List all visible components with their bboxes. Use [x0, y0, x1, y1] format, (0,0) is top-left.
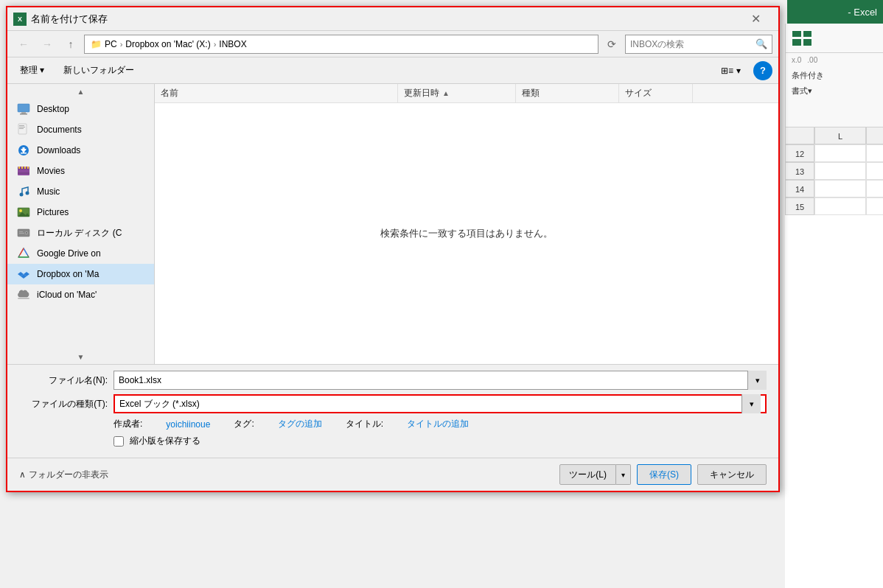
scroll-up-button[interactable]: ▲ — [77, 84, 85, 99]
new-folder-button[interactable]: 新しいフォルダー — [57, 60, 141, 80]
grid-col-m: M — [866, 127, 883, 144]
scroll-down-button[interactable]: ▼ — [77, 349, 85, 364]
view-button[interactable]: ⊞≡ ▾ — [714, 62, 747, 80]
save-button[interactable]: 保存(S) — [637, 464, 691, 485]
filename-input[interactable] — [114, 371, 767, 390]
dialog-content: ▲ Desktop — [7, 84, 778, 364]
path-segment-inbox: INBOX — [219, 39, 246, 49]
hide-folders-button[interactable]: ∧ フォルダーの非表示 — [19, 469, 554, 481]
thumbnail-row: 縮小版を保存する — [19, 435, 767, 447]
svg-rect-16 — [24, 167, 26, 169]
sidebar-item-icloud[interactable]: iCloud on 'Mac' — [7, 284, 154, 305]
author-value[interactable]: yoichiinoue — [166, 419, 210, 430]
movies-icon — [16, 164, 31, 178]
sidebar-item-dropbox[interactable]: Dropbox on 'Ma — [7, 264, 154, 284]
sidebar-item-movies[interactable]: Movies — [7, 161, 154, 181]
up-button[interactable]: ↑ — [60, 35, 81, 54]
column-date[interactable]: 更新日時 ▲ — [398, 84, 516, 102]
grid-row-13: 13 — [785, 162, 814, 180]
sidebar-label-music: Music — [37, 186, 60, 197]
grid-cell[interactable] — [866, 180, 883, 197]
forward-button[interactable]: → — [37, 35, 57, 54]
view-icon: ⊞≡ — [721, 66, 733, 76]
cancel-button[interactable]: キャンセル — [697, 464, 767, 485]
tools-dropdown-arrow[interactable]: ▾ — [616, 464, 631, 485]
path-folder-icon: 📁 — [91, 39, 102, 49]
sidebar-item-pictures[interactable]: Pictures — [7, 202, 154, 223]
title-link[interactable]: タイトルの追加 — [407, 418, 469, 430]
grid-cell[interactable] — [814, 197, 866, 215]
refresh-button[interactable]: ⟳ — [601, 35, 622, 54]
column-name[interactable]: 名前 — [155, 84, 398, 102]
search-input[interactable] — [630, 39, 755, 49]
sidebar-item-google-drive[interactable]: Google Drive on — [7, 243, 154, 264]
sidebar-item-local-disk[interactable]: ローカル ディスク (C — [7, 223, 154, 243]
filename-row: ファイル名(N): ▾ — [19, 371, 767, 390]
svg-rect-17 — [27, 167, 29, 169]
metadata-row: 作成者: yoichiinoue タグ: タグの追加 タイトル: タイトルの追加 — [19, 418, 767, 430]
close-button[interactable]: ✕ — [739, 7, 772, 31]
thumbnail-checkbox[interactable] — [114, 436, 124, 447]
filename-input-wrapper: ▾ — [114, 371, 767, 390]
dialog-title: 名前を付けて保存 — [31, 13, 739, 26]
view-options: ⊞≡ ▾ — [714, 62, 747, 80]
grid-col-l: L — [814, 127, 866, 144]
filetype-label: ファイルの種類(T): — [19, 398, 108, 410]
filetype-dropdown[interactable]: Excel ブック (*.xlsx) ▾ — [114, 394, 767, 413]
grid-row-15: 15 — [785, 197, 814, 215]
title-label: タイトル: — [346, 418, 383, 430]
grid-cell[interactable] — [814, 162, 866, 180]
svg-rect-14 — [18, 167, 20, 169]
path-separator: › — [120, 40, 123, 49]
grid-cell[interactable] — [866, 162, 883, 180]
thumbnail-label[interactable]: 縮小版を保存する — [130, 435, 200, 447]
dialog-title-bar: X 名前を付けて保存 ✕ — [7, 7, 778, 31]
svg-rect-10 — [21, 153, 27, 154]
organize-button[interactable]: 整理 ▾ — [13, 60, 51, 80]
svg-rect-0 — [18, 104, 29, 112]
desktop-icon — [16, 102, 31, 116]
sidebar-scroll: Desktop Documents — [7, 99, 154, 349]
help-button[interactable]: ? — [753, 61, 772, 80]
sidebar-item-desktop[interactable]: Desktop — [7, 99, 154, 119]
grid-cell[interactable] — [866, 144, 883, 162]
sidebar-label-pictures: Pictures — [37, 207, 69, 217]
toolbar: 整理 ▾ 新しいフォルダー ⊞≡ ▾ ? — [7, 57, 778, 84]
filetype-dropdown-arrow[interactable]: ▾ — [741, 394, 761, 413]
filename-dropdown-arrow[interactable]: ▾ — [747, 371, 767, 390]
google-drive-icon — [16, 246, 31, 261]
column-size[interactable]: サイズ — [619, 84, 693, 102]
grid-cell[interactable] — [814, 144, 866, 162]
svg-rect-27 — [19, 233, 24, 234]
back-button[interactable]: ← — [13, 35, 34, 54]
author-label: 作成者: — [114, 418, 142, 430]
address-path[interactable]: 📁 PC › Dropbox on 'Mac' (X:) › INBOX — [84, 35, 598, 54]
svg-rect-4 — [19, 125, 24, 126]
tools-section: ツール(L) ▾ — [559, 464, 631, 485]
icloud-icon — [16, 287, 31, 302]
tag-link[interactable]: タグの追加 — [278, 418, 322, 430]
sidebar-label-documents: Documents — [37, 125, 82, 135]
column-type[interactable]: 種類 — [516, 84, 619, 102]
column-date-label: 更新日時 — [404, 87, 439, 99]
path-text: 📁 PC › Dropbox on 'Mac' (X:) › INBOX — [91, 39, 247, 49]
sidebar-label-movies: Movies — [37, 166, 65, 176]
grid-row-14: 14 — [785, 180, 814, 197]
sidebar-label-dropbox: Dropbox on 'Ma — [37, 269, 99, 279]
tools-button[interactable]: ツール(L) — [559, 464, 616, 485]
local-disk-icon — [16, 225, 31, 240]
grid-cell[interactable] — [866, 197, 883, 215]
grid-cell[interactable] — [814, 180, 866, 197]
filetype-row: ファイルの種類(T): Excel ブック (*.xlsx) ▾ — [19, 394, 767, 413]
svg-rect-29 — [18, 298, 29, 299]
filetype-value: Excel ブック (*.xlsx) — [119, 398, 200, 410]
svg-marker-28 — [18, 248, 29, 257]
excel-ribbon: x.0.00 条件付き 書式▾ — [785, 24, 883, 127]
sidebar-item-documents[interactable]: Documents — [7, 119, 154, 140]
svg-rect-1 — [21, 112, 26, 113]
dropbox-icon — [16, 267, 31, 281]
path-segment-pc: PC — [105, 39, 117, 49]
sidebar-item-music[interactable]: Music — [7, 181, 154, 202]
svg-rect-2 — [20, 113, 27, 115]
sidebar-item-downloads[interactable]: Downloads — [7, 140, 154, 161]
